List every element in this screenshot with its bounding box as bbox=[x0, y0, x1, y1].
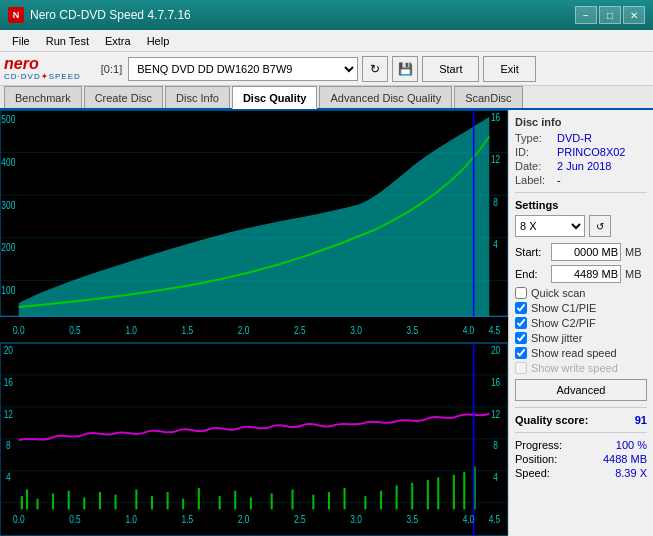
start-row: Start: MB bbox=[515, 243, 647, 261]
svg-text:4: 4 bbox=[493, 238, 498, 250]
show-read-row: Show read speed bbox=[515, 347, 647, 359]
progress-row: Progress: 100 % bbox=[515, 439, 647, 451]
svg-rect-71 bbox=[411, 483, 413, 510]
svg-text:300: 300 bbox=[1, 198, 15, 210]
svg-rect-63 bbox=[271, 493, 273, 509]
menu-extra[interactable]: Extra bbox=[97, 33, 139, 49]
show-write-checkbox[interactable] bbox=[515, 362, 527, 374]
svg-text:200: 200 bbox=[1, 241, 15, 253]
end-input[interactable] bbox=[551, 265, 621, 283]
maximize-button[interactable]: □ bbox=[599, 6, 621, 24]
svg-rect-50 bbox=[52, 493, 54, 509]
start-button[interactable]: Start bbox=[422, 56, 479, 82]
svg-rect-61 bbox=[234, 491, 236, 510]
svg-rect-55 bbox=[135, 489, 137, 509]
svg-text:8: 8 bbox=[493, 196, 498, 208]
main-content: 16 12 8 4 500 400 300 200 100 0.0 0.5 1.… bbox=[0, 110, 653, 536]
svg-text:1.0: 1.0 bbox=[125, 324, 137, 336]
position-value: 4488 MB bbox=[603, 453, 647, 465]
speed-select[interactable]: 8 X bbox=[515, 215, 585, 237]
svg-rect-51 bbox=[68, 491, 70, 510]
show-c2-row: Show C2/PIF bbox=[515, 317, 647, 329]
speed-value-2: 8.39 X bbox=[615, 467, 647, 479]
svg-rect-52 bbox=[83, 497, 85, 509]
show-c1-row: Show C1/PIE bbox=[515, 302, 647, 314]
tab-scan-disc[interactable]: ScanDisc bbox=[454, 86, 522, 108]
speed-row: 8 X ↺ bbox=[515, 215, 647, 237]
show-jitter-label: Show jitter bbox=[531, 332, 582, 344]
close-button[interactable]: ✕ bbox=[623, 6, 645, 24]
svg-text:12: 12 bbox=[491, 153, 500, 165]
type-row: Type: DVD-R bbox=[515, 132, 647, 144]
svg-rect-69 bbox=[380, 491, 382, 510]
tab-create-disc[interactable]: Create Disc bbox=[84, 86, 163, 108]
drive-label: [0:1] bbox=[101, 63, 122, 75]
quick-scan-row: Quick scan bbox=[515, 287, 647, 299]
svg-rect-70 bbox=[396, 485, 398, 509]
svg-text:2.5: 2.5 bbox=[294, 324, 306, 336]
start-input[interactable] bbox=[551, 243, 621, 261]
progress-label: Progress: bbox=[515, 439, 562, 451]
type-label: Type: bbox=[515, 132, 557, 144]
menu-file[interactable]: File bbox=[4, 33, 38, 49]
refresh-button[interactable]: ↻ bbox=[362, 56, 388, 82]
svg-text:12: 12 bbox=[4, 407, 13, 419]
divider-2 bbox=[515, 407, 647, 408]
drive-select[interactable]: BENQ DVD DD DW1620 B7W9 bbox=[128, 57, 358, 81]
quick-scan-checkbox[interactable] bbox=[515, 287, 527, 299]
svg-text:3.0: 3.0 bbox=[350, 513, 362, 525]
svg-text:400: 400 bbox=[1, 156, 15, 168]
advanced-button[interactable]: Advanced bbox=[515, 379, 647, 401]
svg-rect-74 bbox=[453, 475, 455, 510]
svg-rect-54 bbox=[115, 495, 117, 510]
svg-text:20: 20 bbox=[4, 344, 13, 356]
svg-rect-66 bbox=[328, 492, 330, 509]
start-label: Start: bbox=[515, 246, 547, 258]
svg-text:4: 4 bbox=[6, 471, 11, 483]
svg-text:100: 100 bbox=[1, 284, 15, 296]
svg-text:12: 12 bbox=[491, 407, 500, 419]
menu-run-test[interactable]: Run Test bbox=[38, 33, 97, 49]
show-read-checkbox[interactable] bbox=[515, 347, 527, 359]
right-panel: Disc info Type: DVD-R ID: PRINCO8X02 Dat… bbox=[508, 110, 653, 536]
title-buttons: − □ ✕ bbox=[575, 6, 645, 24]
tab-benchmark[interactable]: Benchmark bbox=[4, 86, 82, 108]
label-row: Label: - bbox=[515, 174, 647, 186]
title-bar-left: N Nero CD-DVD Speed 4.7.7.16 bbox=[8, 7, 191, 23]
chart-svg: 16 12 8 4 500 400 300 200 100 0.0 0.5 1.… bbox=[0, 110, 508, 536]
minimize-button[interactable]: − bbox=[575, 6, 597, 24]
svg-rect-58 bbox=[182, 499, 184, 510]
id-row: ID: PRINCO8X02 bbox=[515, 146, 647, 158]
label-value: - bbox=[557, 174, 561, 186]
show-c2-checkbox[interactable] bbox=[515, 317, 527, 329]
tab-disc-quality[interactable]: Disc Quality bbox=[232, 86, 318, 109]
end-label: End: bbox=[515, 268, 547, 280]
start-unit: MB bbox=[625, 246, 642, 258]
save-button[interactable]: 💾 bbox=[392, 56, 418, 82]
charts-area: 16 12 8 4 500 400 300 200 100 0.0 0.5 1.… bbox=[0, 110, 508, 536]
show-jitter-checkbox[interactable] bbox=[515, 332, 527, 344]
exit-button[interactable]: Exit bbox=[483, 56, 535, 82]
toolbar: nero CD·DVD✦SPEED [0:1] BENQ DVD DD DW16… bbox=[0, 52, 653, 86]
progress-value: 100 % bbox=[616, 439, 647, 451]
menu-bar: File Run Test Extra Help bbox=[0, 30, 653, 52]
svg-rect-62 bbox=[250, 497, 252, 509]
tab-disc-info[interactable]: Disc Info bbox=[165, 86, 230, 108]
svg-rect-65 bbox=[312, 495, 314, 510]
progress-section: Progress: 100 % Position: 4488 MB Speed:… bbox=[515, 439, 647, 479]
id-label: ID: bbox=[515, 146, 557, 158]
svg-text:0.0: 0.0 bbox=[13, 324, 25, 336]
show-c2-label: Show C2/PIF bbox=[531, 317, 596, 329]
svg-text:4.0: 4.0 bbox=[463, 513, 475, 525]
tab-advanced-disc-quality[interactable]: Advanced Disc Quality bbox=[319, 86, 452, 108]
settings-label: Settings bbox=[515, 199, 647, 211]
show-c1-checkbox[interactable] bbox=[515, 302, 527, 314]
svg-rect-59 bbox=[198, 488, 200, 509]
speed-refresh-button[interactable]: ↺ bbox=[589, 215, 611, 237]
svg-rect-47 bbox=[21, 496, 23, 509]
menu-help[interactable]: Help bbox=[139, 33, 178, 49]
svg-text:2.5: 2.5 bbox=[294, 513, 306, 525]
date-value: 2 Jun 2018 bbox=[557, 160, 611, 172]
svg-text:3.5: 3.5 bbox=[406, 513, 418, 525]
quick-scan-label: Quick scan bbox=[531, 287, 585, 299]
